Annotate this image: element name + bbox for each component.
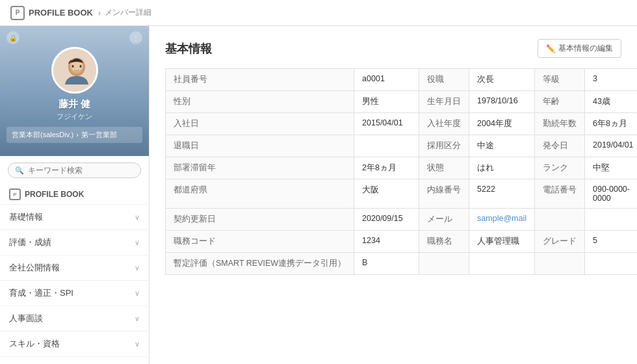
nav-item-label: 人事面談 <box>9 313 43 324</box>
sidebar-nav-item[interactable]: 基礎情報∨ <box>0 205 149 229</box>
sidebar-nav-item[interactable]: 全社公開情報∨ <box>0 255 149 280</box>
table-value-cell: 男性 <box>354 91 419 113</box>
svg-point-4 <box>72 65 73 68</box>
sidebar-logo-label: PROFILE BOOK <box>25 190 84 199</box>
table-value-cell: 43歳 <box>585 91 638 113</box>
sidebar-nav-item[interactable]: 育成・適正・SPI∨ <box>0 281 149 306</box>
logo-icon: P <box>10 6 25 20</box>
nav-item-label: 全社公開情報 <box>9 262 60 274</box>
table-label-cell: 勤続年数 <box>535 113 585 135</box>
table-label-cell: 入社年度 <box>419 113 469 135</box>
table-value-cell: 人事管理職 <box>469 231 535 253</box>
dept-main: 営業本部(salesDiv.) <box>12 130 73 140</box>
table-label-cell: 社員番号 <box>166 69 354 91</box>
nav-item-label: 育成・適正・SPI <box>9 287 73 299</box>
chevron-down-icon: ∨ <box>135 289 140 298</box>
table-label-cell: 生年月日 <box>419 91 469 113</box>
table-label-cell: 入社日 <box>166 113 354 135</box>
chevron-down-icon: ∨ <box>135 264 140 272</box>
chevron-down-icon: ∨ <box>135 315 140 323</box>
table-label-cell: 発令日 <box>535 135 585 157</box>
table-value-cell <box>469 253 535 275</box>
app-title: PROFILE BOOK <box>29 8 93 18</box>
table-label-cell: 職務コード <box>166 231 354 253</box>
profile-name-kana: フジイケン <box>0 112 149 122</box>
table-value-cell: 2004年度 <box>469 113 535 135</box>
sidebar: 🔒 ⋮ <box>0 26 150 364</box>
table-value-cell: sample@mail <box>469 209 535 231</box>
table-value-cell: a0001 <box>354 69 419 91</box>
app-logo: P PROFILE BOOK <box>10 6 93 20</box>
sidebar-nav-item[interactable]: 人事面談∨ <box>0 306 149 331</box>
email-link[interactable]: sample@mail <box>477 214 526 223</box>
search-icon: 🔍 <box>15 166 24 175</box>
profile-dept: 営業本部(salesDiv.) › 第一営業部 <box>6 127 142 143</box>
table-value-cell: 5 <box>585 231 638 253</box>
section-header: 基本情報 ✏️ 基本情報の編集 <box>165 39 621 58</box>
table-value-cell: 中途 <box>469 135 535 157</box>
table-label-cell: 採用区分 <box>419 135 469 157</box>
table-value-cell: 次長 <box>469 69 535 91</box>
edit-icon: ✏️ <box>546 44 556 53</box>
lock-icon: 🔒 <box>6 31 20 44</box>
chevron-down-icon: ∨ <box>135 340 140 348</box>
more-icon[interactable]: ⋮ <box>129 31 142 44</box>
table-label-cell: 暫定評価（SMART REVIEW連携データ引用） <box>166 253 354 275</box>
profile-card: 🔒 ⋮ <box>0 26 149 156</box>
edit-button-label: 基本情報の編集 <box>558 43 613 54</box>
breadcrumb-sep: › <box>98 8 101 18</box>
svg-point-5 <box>79 65 81 68</box>
table-label-cell: 性別 <box>166 91 354 113</box>
dept-sep: › <box>76 131 79 138</box>
table-value-cell: 2年8ヵ月 <box>354 157 419 179</box>
table-label-cell: 電話番号 <box>535 179 585 209</box>
table-label-cell: ランク <box>535 157 585 179</box>
table-value-cell: 大阪 <box>354 179 419 209</box>
table-label-cell: メール <box>419 209 469 231</box>
sidebar-nav-item[interactable]: 勤怠履歴∨ <box>0 357 149 364</box>
edit-button[interactable]: ✏️ 基本情報の編集 <box>538 39 621 58</box>
table-label-cell: 都道府県 <box>166 179 354 209</box>
info-table: 社員番号a0001役職次長等級3性別男性生年月日1978/10/16年齢43歳入… <box>165 68 637 275</box>
table-value-cell: B <box>354 253 419 275</box>
sidebar-logo-icon: P <box>9 188 21 200</box>
table-label-cell <box>535 253 585 275</box>
table-value-cell: 2015/04/01 <box>354 113 419 135</box>
table-label-cell: 退職日 <box>166 135 354 157</box>
table-label-cell: 内線番号 <box>419 179 469 209</box>
nav-item-label: 基礎情報 <box>9 211 43 223</box>
sidebar-nav-item[interactable]: 評価・成績∨ <box>0 230 149 255</box>
table-value-cell: 5222 <box>469 179 535 209</box>
table-label-cell <box>535 209 585 231</box>
table-value-cell: はれ <box>469 157 535 179</box>
section-title: 基本情報 <box>165 41 212 57</box>
nav-item-label: 評価・成績 <box>9 237 51 248</box>
table-label-cell: 役職 <box>419 69 469 91</box>
search-input[interactable] <box>28 166 134 175</box>
table-value-cell: 2019/04/01 <box>585 135 638 157</box>
nav-item-label: スキル・資格 <box>9 338 60 350</box>
dept-sub: 第一営業部 <box>81 130 117 140</box>
table-value-cell: 3 <box>585 69 638 91</box>
table-label-cell: 部署滞留年 <box>166 157 354 179</box>
breadcrumb: › メンバー詳細 <box>98 7 151 18</box>
sidebar-nav-item[interactable]: スキル・資格∨ <box>0 332 149 356</box>
table-label-cell: グレード <box>535 231 585 253</box>
chevron-down-icon: ∨ <box>135 239 140 247</box>
table-label-cell: 職務名 <box>419 231 469 253</box>
table-value-cell: 2020/09/15 <box>354 209 419 231</box>
table-value-cell: 1978/10/16 <box>469 91 535 113</box>
avatar <box>51 47 98 94</box>
chevron-down-icon: ∨ <box>135 213 140 222</box>
sidebar-search[interactable]: 🔍 <box>0 156 149 185</box>
table-value-cell: 中堅 <box>585 157 638 179</box>
table-value-cell: 090-0000-0000 <box>585 179 638 209</box>
table-value-cell <box>585 209 638 231</box>
breadcrumb-page: メンバー詳細 <box>105 7 151 18</box>
table-value-cell: 1234 <box>354 231 419 253</box>
table-label-cell <box>419 253 469 275</box>
profile-name: 藤井 健 <box>0 98 149 110</box>
table-label-cell: 等級 <box>535 69 585 91</box>
table-label-cell: 状態 <box>419 157 469 179</box>
sidebar-nav: 基礎情報∨評価・成績∨全社公開情報∨育成・適正・SPI∨人事面談∨スキル・資格∨… <box>0 204 149 364</box>
